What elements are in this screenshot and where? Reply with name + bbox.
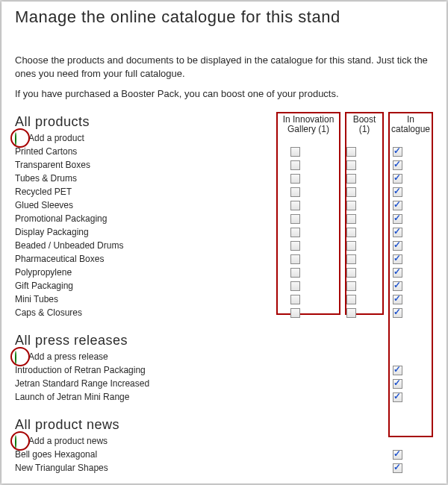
checkbox[interactable]	[290, 201, 300, 210]
checkbox[interactable]	[393, 147, 402, 157]
checkbox[interactable]	[393, 366, 402, 375]
press-name: Jetran Standard Range Increased	[15, 378, 263, 389]
press-heading: All press releases	[15, 333, 433, 348]
checkbox[interactable]	[290, 214, 300, 224]
add-news-row[interactable]: Add a product news	[15, 434, 433, 448]
product-name: Beaded / Unbeaded Drums	[15, 240, 263, 251]
news-name: Bell goes Hexagonal	[15, 449, 263, 460]
checkbox[interactable]	[393, 281, 402, 291]
news-heading: All product news	[15, 417, 433, 433]
product-name: Promotional Packaging	[15, 213, 263, 224]
product-name: Pharmaceutical Boxes	[15, 254, 263, 264]
intro-text-1: Choose the products and documents to be …	[15, 54, 433, 80]
product-name: Caps & Closures	[15, 307, 263, 318]
checkbox[interactable]	[346, 281, 356, 291]
product-name: Gift Packaging	[15, 281, 263, 291]
checkbox[interactable]	[346, 228, 356, 237]
product-name: Transparent Boxes	[15, 160, 263, 170]
product-name: Tubes & Drums	[15, 173, 263, 184]
product-name: Polypropylene	[15, 267, 263, 278]
press-row: Launch of Jetran Mini Range	[15, 390, 433, 404]
news-row: New Triangular Shapes	[15, 461, 433, 475]
checkbox[interactable]	[290, 254, 300, 264]
checkbox[interactable]	[393, 268, 402, 278]
add-news-label: Add a product news	[28, 436, 108, 446]
checkbox[interactable]	[346, 295, 356, 304]
checkbox[interactable]	[346, 308, 356, 318]
press-name: Introduction of Retran Packaging	[15, 365, 263, 375]
checkbox[interactable]	[393, 187, 402, 197]
checkbox[interactable]	[346, 174, 356, 184]
dialog-body-scroll[interactable]: Choose the products and documents to be …	[1, 48, 447, 484]
plus-icon[interactable]	[15, 132, 16, 146]
checkbox[interactable]	[393, 174, 402, 184]
news-row: Bell goes Hexagonal	[15, 448, 433, 461]
checkbox[interactable]	[393, 392, 402, 402]
checkbox[interactable]	[346, 160, 356, 170]
checkbox[interactable]	[290, 174, 300, 184]
products-section: All products In Innovation Gallery (1) B…	[15, 114, 433, 319]
news-section: All product news Add a product news Bell…	[15, 417, 433, 475]
col-header-catalogue-l1: In	[407, 114, 414, 125]
checkbox[interactable]	[290, 147, 300, 157]
press-section: All press releases Add a press release I…	[15, 333, 433, 404]
checkbox[interactable]	[346, 268, 356, 278]
checkbox[interactable]	[290, 281, 300, 291]
product-name: Recycled PET	[15, 187, 263, 197]
checkbox[interactable]	[346, 201, 356, 210]
checkbox[interactable]	[393, 160, 402, 170]
plus-icon[interactable]	[15, 435, 16, 449]
intro-text-2: If you have purchased a Booster Pack, yo…	[15, 87, 433, 101]
plus-icon[interactable]	[15, 351, 16, 365]
checkbox[interactable]	[393, 228, 402, 237]
press-row: Jetran Standard Range Increased	[15, 377, 433, 390]
checkbox[interactable]	[346, 147, 356, 157]
add-press-row[interactable]: Add a press release	[15, 350, 433, 363]
add-product-label: Add a product	[28, 133, 84, 143]
checkbox[interactable]	[290, 228, 300, 237]
news-name: New Triangular Shapes	[15, 463, 263, 473]
checkbox[interactable]	[346, 254, 356, 264]
checkbox[interactable]	[393, 201, 402, 210]
checkbox[interactable]	[393, 450, 402, 460]
press-name: Launch of Jetran Mini Range	[15, 392, 263, 402]
checkbox[interactable]	[346, 214, 356, 224]
checkbox[interactable]	[290, 295, 300, 304]
checkbox[interactable]	[290, 187, 300, 197]
product-name: Display Packaging	[15, 227, 263, 237]
checkbox[interactable]	[393, 295, 402, 304]
product-name: Mini Tubes	[15, 294, 263, 304]
dialog-title: Manage the online catalogue for this sta…	[1, 1, 447, 29]
catalogue-dialog: Manage the online catalogue for this sta…	[1, 1, 447, 484]
checkbox[interactable]	[290, 308, 300, 318]
add-product-row[interactable]: Add a product	[15, 131, 433, 145]
checkbox[interactable]	[393, 308, 402, 318]
product-name: Glued Sleeves	[15, 200, 263, 210]
checkbox[interactable]	[290, 160, 300, 170]
checkbox[interactable]	[346, 241, 356, 251]
checkbox[interactable]	[393, 241, 402, 251]
add-press-label: Add a press release	[28, 351, 108, 362]
press-row: Introduction of Retran Packaging	[15, 363, 433, 377]
checkbox[interactable]	[290, 268, 300, 278]
checkbox[interactable]	[393, 214, 402, 224]
checkbox[interactable]	[290, 241, 300, 251]
checkbox[interactable]	[393, 379, 402, 389]
checkbox[interactable]	[393, 254, 402, 264]
product-name: Printed Cartons	[15, 146, 263, 157]
checkbox[interactable]	[393, 463, 402, 473]
checkbox[interactable]	[346, 187, 356, 197]
